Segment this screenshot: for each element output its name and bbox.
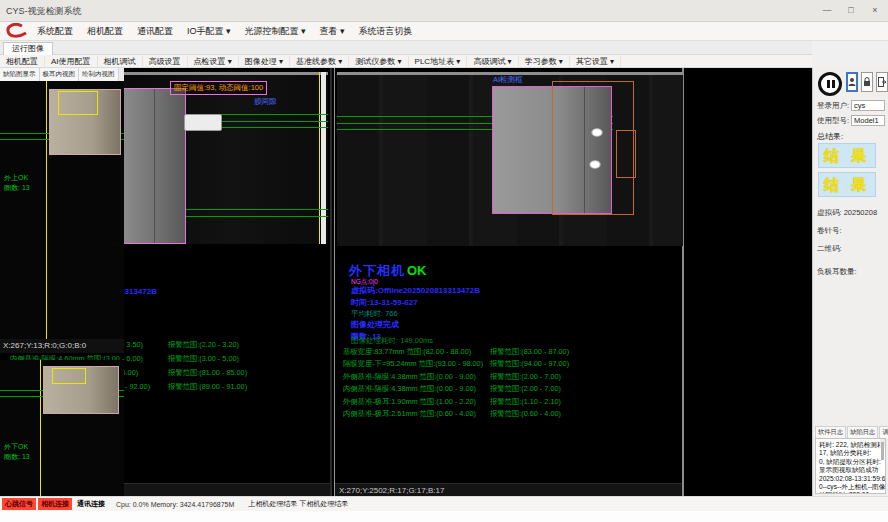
toolbar-item[interactable]: 高级设置	[143, 56, 188, 67]
toolbar-item[interactable]: 图像处理 ▾	[239, 56, 290, 67]
measurement-value: 内侧基准-极耳:2.61mm 范围:(0.60 - 4.00)	[343, 409, 490, 419]
thumb-image-top[interactable]: 外上OK圈数: 13	[0, 81, 124, 339]
alarm-range: 报警范围:(2.20 - 3.20)	[168, 340, 239, 350]
toolbar-item[interactable]: 其它设置 ▾	[570, 56, 621, 67]
toolbar-item[interactable]: 测试仪参数 ▾	[349, 56, 408, 67]
menu-item[interactable]: 光源控制配置 ▾	[238, 25, 313, 38]
main-area: 固定阈值:93, 动态阈值:100 膜间隙 外上相机OK NG点:0|0 虚拟码…	[0, 68, 812, 496]
result-box-2: 结 果	[818, 172, 876, 197]
user-icon	[848, 77, 856, 87]
measurement-value: 外侧基准-极耳:1.90mm 范围:(1.00 - 2.20)	[343, 397, 490, 407]
pause-button[interactable]	[818, 72, 842, 96]
minimize-button[interactable]: —	[816, 2, 838, 18]
maximize-button[interactable]: □	[840, 2, 862, 18]
baseline-marker	[46, 81, 47, 339]
log-lines: 耗时: 222, 缺陷检测耗时:17, 缺陷分类耗时:0, 缺陷提取分区耗时:显…	[819, 441, 879, 449]
alarm-range: 报警范围:(3.00 - 5.00)	[168, 354, 239, 364]
total-result-label: 总结果:	[817, 131, 843, 142]
thumb-result-lines: 外上OK圈数: 13	[4, 173, 30, 193]
toolbar-item[interactable]: 基准线参数 ▾	[290, 56, 349, 67]
process-time: 图像处理耗时: 149.00ms	[351, 336, 433, 346]
bottom-fill	[0, 511, 888, 522]
ai-detect-box-small	[616, 130, 636, 178]
info-line: 图像处理完成	[351, 319, 399, 331]
alarm-range: 报警范围:(94.00 - 97.00)	[490, 359, 569, 369]
camera-name: 外下相机	[349, 263, 405, 278]
result-box-1: 结 果	[818, 143, 876, 168]
measurement-row: 内侧基准-隔膜:4.38mm 范围:(0.00 - 9.00) 报警范围:(2.…	[343, 384, 680, 396]
thumb-tabs: 缺陷图显示极耳内视图绘制内视图	[0, 68, 124, 81]
gap-label: 膜间隙	[254, 97, 277, 107]
info-line: 时间:13-31-59-627	[351, 297, 480, 309]
log-line: 0--cys--外上相机--图像	[819, 483, 879, 491]
toolbar-item[interactable]: AI使用配置	[45, 56, 98, 67]
alarm-range: 报警范围:(83.00 - 87.00)	[490, 347, 569, 357]
log-tab[interactable]: 调试日志	[879, 426, 888, 438]
menu-item[interactable]: IO手配置 ▾	[180, 25, 238, 38]
lock-icon	[863, 77, 871, 87]
menu-item[interactable]: 系统语言切换	[352, 25, 420, 38]
log-output[interactable]: 耗时: 222, 缺陷检测耗时:17, 缺陷分类耗时:0, 缺陷提取分区耗时:显…	[815, 438, 886, 494]
needle-label: 卷针号:	[817, 226, 842, 236]
thumb-result-lines: 外下OK圈数: 13	[4, 442, 30, 462]
measurement-row: 内侧基准-极耳:2.61mm 范围:(0.60 - 4.00) 报警范围:(0.…	[343, 409, 680, 421]
avg-time: 平均耗时: 766	[351, 309, 398, 319]
login-user-row: 登录用户: cys	[817, 100, 885, 111]
thumbnail-column: 缺陷图显示极耳内视图绘制内视图 外上OK圈数: 13 X:267;Y:13;R:…	[0, 68, 124, 496]
alarm-range: 报警范围:(2.00 - 7.00)	[490, 372, 561, 382]
measurement-row: 基板宽度:83.77mm 范围:(82.00 - 88.00) 报警范围:(83…	[343, 347, 680, 359]
user-login-button[interactable]	[846, 72, 858, 92]
lock-button[interactable]	[861, 72, 873, 92]
log-tab[interactable]: 软件日志	[815, 426, 846, 438]
exit-button[interactable]	[876, 72, 888, 92]
alarm-range: 报警范围:(81.00 - 85.00)	[168, 368, 247, 378]
login-user-field[interactable]: cys	[851, 100, 885, 111]
camera-image-lower[interactable]: AI检测框	[337, 72, 683, 246]
control-sidebar: 登录用户: cys 使用型号: Model1 总结果: 结 果 结 果 虚拟码:…	[812, 68, 888, 496]
menu-item[interactable]: 系统配置	[30, 25, 80, 38]
result-ok: OK	[407, 263, 427, 278]
tab-run-image[interactable]: 运行图像	[3, 42, 53, 55]
model-field[interactable]: Model1	[851, 115, 885, 126]
info-lines: 虚拟码:Offline2025020813313472B时间:13-31-59-…	[351, 285, 480, 309]
camera-panel-lower: AI检测框 外下相机OK NG点:0|0 虚拟码:Offline20250208…	[334, 68, 684, 496]
roi-box	[52, 368, 86, 384]
thumb-panel-top: 缺陷图显示极耳内视图绘制内视图 外上OK圈数: 13 X:267;Y:13;R:…	[0, 68, 124, 353]
close-button[interactable]: ×	[864, 2, 886, 18]
toolbar-item[interactable]: 学习参数 ▾	[519, 56, 570, 67]
menu-item[interactable]: 相机配置	[80, 25, 130, 38]
connector-part	[184, 114, 222, 131]
roi-box	[58, 91, 98, 115]
menu-item[interactable]: 查看 ▾	[313, 25, 352, 38]
result-text: 结 果	[824, 147, 870, 164]
alarm-range: 报警范围:(0.60 - 4.00)	[490, 409, 561, 419]
camera-result-text: 上相机处理结果 下相机处理结果	[248, 499, 348, 509]
log-line: 17, 缺陷分类耗时:	[819, 449, 879, 457]
cpu-memory-text: Cpu: 0.0% Memory: 3424.41796875M	[116, 501, 234, 508]
thumb-tab[interactable]: 缺陷图显示	[0, 68, 40, 81]
result-text: 结 果	[824, 176, 870, 193]
menu-item[interactable]: 通讯配置	[130, 25, 180, 38]
virtual-code-row: 虚拟码: 20250208	[817, 208, 877, 218]
thumb-result-line: 圈数: 13	[4, 183, 30, 193]
info-line: 虚拟码:Offline2025020813313472B	[351, 285, 480, 297]
menu-bar: 系统配置相机配置通讯配置IO手配置 ▾光源控制配置 ▾查看 ▾系统语言切换	[0, 22, 888, 41]
toolbar-item[interactable]: PLC地址表 ▾	[409, 56, 468, 67]
thumb-tab[interactable]: 极耳内视图	[40, 68, 80, 81]
thumb-tab[interactable]: 绘制内视图	[79, 68, 119, 81]
log-scrollbar[interactable]	[880, 439, 885, 447]
measurement-row: 外侧基准-隔膜:4.38mm 范围:(0.00 - 9.00) 报警范围:(2.…	[343, 372, 680, 384]
toolbar-item[interactable]: 点检设置 ▾	[188, 56, 239, 67]
measurement-value: 内侧基准-隔膜:4.38mm 范围:(0.00 - 9.00)	[343, 384, 490, 394]
log-line: 显示图视取缺陷成功	[819, 466, 879, 474]
toolbar-item[interactable]: 相机调试	[98, 56, 143, 67]
edge-highlight	[321, 72, 326, 244]
thumb-result-line: 外上OK	[4, 173, 30, 183]
measurement-row: 外侧基准-极耳:1.90mm 范围:(1.00 - 2.20) 报警范围:(1.…	[343, 397, 680, 409]
toolbar-item[interactable]: 高级调试 ▾	[467, 56, 518, 67]
app-logo-icon	[5, 23, 27, 39]
config-toolbar: 相机配置AI使用配置相机调试高级设置点检设置 ▾图像处理 ▾基准线参数 ▾测试仪…	[0, 55, 812, 68]
log-tab[interactable]: 缺陷日志	[847, 426, 878, 438]
toolbar-item[interactable]: 相机配置	[0, 56, 45, 67]
sidebar-mini-buttons	[846, 72, 888, 92]
